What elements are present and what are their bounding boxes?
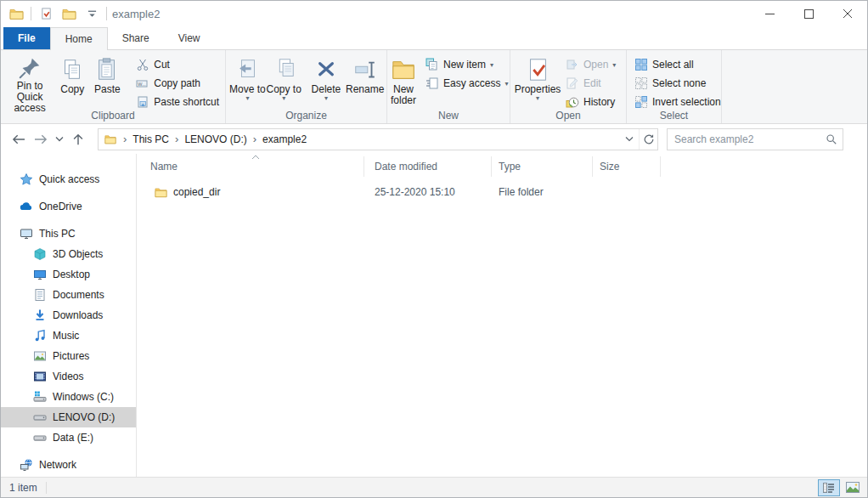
copy-to-button[interactable]: Copy to ▾ [266, 52, 302, 113]
address-bar-row: › This PC › LENOVO (D:) › example2 [1, 124, 867, 154]
sidebar-item-lenovo-d[interactable]: LENOVO (D:) [1, 407, 136, 427]
cut-label: Cut [154, 59, 170, 71]
sidebar-item-music[interactable]: Music [1, 325, 136, 346]
copy-button[interactable]: Copy [55, 52, 89, 113]
breadcrumb-drive[interactable]: LENOVO (D:) [181, 133, 250, 145]
up-button[interactable] [67, 128, 89, 150]
address-dropdown-icon[interactable] [620, 129, 639, 150]
drive-icon [33, 410, 47, 424]
file-name: copied_dir [173, 186, 220, 198]
delete-button[interactable]: Delete ▾ [307, 52, 346, 113]
sidebar-item-label: Videos [53, 371, 83, 382]
copy-label: Copy [60, 84, 84, 95]
organize-group-label: Organize [226, 110, 386, 122]
new-folder-button[interactable]: New folder [391, 52, 416, 113]
rename-icon [352, 55, 378, 84]
edit-button[interactable]: Edit [561, 74, 620, 93]
forward-button[interactable] [30, 128, 52, 150]
sort-ascending-icon [251, 155, 260, 160]
new-folder-label: New folder [391, 84, 416, 106]
file-list-area: Name Date modified Type Size copied_dir … [137, 154, 867, 478]
sidebar-item-3d-objects[interactable]: 3D Objects [1, 244, 136, 264]
refresh-icon[interactable] [639, 129, 657, 150]
rename-label: Rename [346, 84, 384, 95]
cloud-icon [20, 200, 33, 213]
desktop-icon [33, 268, 47, 281]
cube-icon [33, 247, 47, 261]
ribbon-group-open: Properties ▾ Open ▾ Edit History Open [510, 50, 627, 123]
toolbar-divider [106, 7, 107, 20]
sidebar-item-label: Data (E:) [53, 432, 93, 444]
sidebar-item-network[interactable]: Network [1, 455, 136, 475]
tab-share[interactable]: Share [108, 27, 164, 49]
sidebar-item-pictures[interactable]: Pictures [1, 346, 136, 366]
close-button[interactable] [828, 1, 867, 26]
sidebar-item-downloads[interactable]: Downloads [1, 305, 136, 325]
sidebar-item-documents[interactable]: Documents [1, 285, 136, 305]
properties-quick-icon[interactable] [37, 5, 54, 22]
paste-shortcut-button[interactable]: Paste shortcut [132, 93, 223, 111]
column-header-size[interactable]: Size [593, 156, 661, 177]
invert-selection-button[interactable]: Invert selection [630, 93, 725, 111]
sidebar-item-onedrive[interactable]: OneDrive [1, 196, 136, 217]
rename-button[interactable]: Rename [345, 52, 385, 113]
sidebar-item-label: This PC [39, 228, 76, 240]
cut-button[interactable]: Cut [132, 55, 223, 74]
column-header-date-modified[interactable]: Date modified [364, 156, 492, 177]
properties-button[interactable]: Properties ▾ [514, 52, 561, 113]
thumbnail-view-button[interactable] [842, 479, 864, 496]
dropdown-caret-icon: ▾ [324, 95, 328, 101]
customize-toolbar-icon[interactable] [83, 5, 100, 22]
sidebar-item-data-e[interactable]: Data (E:) [1, 427, 136, 448]
sidebar-item-this-pc[interactable]: This PC [1, 224, 136, 244]
sidebar-item-label: Quick access [39, 173, 99, 185]
select-none-button[interactable]: Select none [630, 74, 725, 93]
properties-icon [525, 55, 550, 84]
file-row-copied-dir[interactable]: copied_dir 25-12-2020 15:10 File folder [137, 183, 867, 201]
paste-button[interactable]: Paste [89, 52, 125, 113]
minimize-button[interactable] [750, 1, 789, 26]
select-group-label: Select [627, 110, 721, 122]
star-icon [20, 173, 33, 186]
tab-file[interactable]: File [3, 27, 50, 49]
tab-view[interactable]: View [164, 27, 215, 49]
breadcrumb-current-folder[interactable]: example2 [259, 133, 310, 145]
sidebar-item-label: Network [39, 459, 76, 471]
copy-icon [59, 55, 85, 84]
breadcrumb-this-pc[interactable]: This PC [129, 133, 172, 145]
sidebar-item-label: Pictures [53, 350, 89, 362]
breadcrumb-separator-icon: › [251, 133, 259, 145]
invert-selection-label: Invert selection [652, 96, 721, 108]
sidebar-item-videos[interactable]: Videos [1, 366, 136, 387]
select-all-label: Select all [652, 59, 694, 71]
sidebar-item-windows-c[interactable]: Windows (C:) [1, 387, 136, 407]
recent-locations-icon[interactable] [52, 128, 67, 150]
ribbon-tab-row: File Home Share View ? [1, 26, 867, 49]
sidebar-item-quick-access[interactable]: Quick access [1, 169, 136, 190]
copy-path-button[interactable]: W... Copy path [132, 74, 223, 93]
column-header-row: Name Date modified Type Size [137, 156, 867, 177]
new-group-label: New [387, 110, 510, 122]
column-header-name[interactable]: Name [137, 156, 364, 177]
history-button[interactable]: History [561, 93, 620, 111]
details-view-button[interactable] [818, 479, 840, 496]
item-count: 1 item [9, 482, 37, 494]
search-box [667, 128, 843, 150]
tab-home[interactable]: Home [50, 27, 108, 50]
address-bar[interactable]: › This PC › LENOVO (D:) › example2 [98, 128, 658, 150]
sidebar-item-label: OneDrive [39, 201, 82, 212]
search-input[interactable] [668, 133, 820, 145]
new-folder-quick-icon[interactable] [60, 5, 77, 22]
select-all-button[interactable]: Select all [630, 55, 725, 74]
sidebar-item-desktop[interactable]: Desktop [1, 264, 136, 285]
ribbon-group-clipboard: Pin to Quick access Copy Paste Cut [1, 50, 226, 123]
back-button[interactable] [8, 128, 30, 150]
column-header-type[interactable]: Type [492, 156, 593, 177]
new-item-button[interactable]: New item ▾ [421, 55, 512, 74]
search-icon[interactable] [820, 133, 843, 145]
easy-access-button[interactable]: Easy access ▾ [421, 74, 512, 93]
pin-to-quick-access-button[interactable]: Pin to Quick access [4, 52, 55, 113]
move-to-button[interactable]: Move to ▾ [229, 52, 266, 113]
maximize-button[interactable] [789, 1, 828, 26]
open-button[interactable]: Open ▾ [561, 55, 620, 74]
